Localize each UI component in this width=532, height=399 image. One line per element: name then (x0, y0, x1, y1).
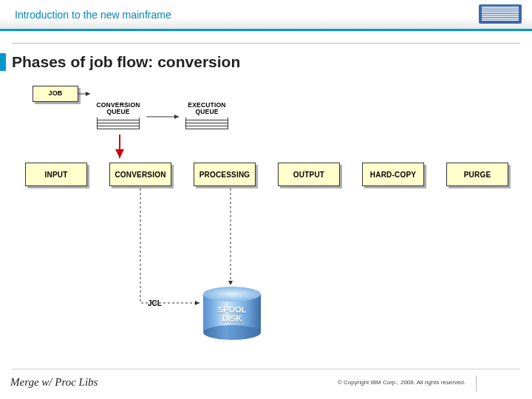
header-rule (12, 43, 520, 44)
header-bar: Introduction to the new mainframe (0, 0, 532, 31)
slide-title-accent (0, 53, 6, 71)
footer-rule (12, 369, 520, 369)
diagram-area: JOB CONVERSIONQUEUE EXECUTIONQUEUE INPUT… (0, 81, 532, 355)
spool-disk-label: SPOOLDISK (203, 306, 261, 323)
phase-processing: PROCESSING (194, 163, 256, 186)
slide-title-wrap: Phases of job flow: conversion (0, 53, 240, 71)
phase-hardcopy: HARD-COPY (362, 163, 424, 186)
execution-queue-label: EXECUTIONQUEUE (181, 102, 233, 116)
footer-note: Merge w/ Proc Libs (10, 376, 98, 389)
conversion-queue: CONVERSIONQUEUE (92, 102, 144, 129)
header-title: Introduction to the new mainframe (15, 9, 171, 21)
phase-input: INPUT (25, 163, 87, 186)
footer-separator (476, 375, 477, 392)
phase-conversion: CONVERSION (109, 163, 171, 186)
arrows-layer (0, 81, 532, 355)
svg-rect-2 (482, 10, 519, 12)
svg-rect-5 (482, 16, 519, 18)
svg-rect-3 (482, 13, 519, 14)
phase-output: OUTPUT (278, 163, 340, 186)
queue-lines-icon (92, 117, 144, 129)
copyright: © Copyright IBM Corp., 2008. All rights … (338, 379, 466, 386)
phase-purge: PURGE (446, 163, 508, 186)
ibm-logo-icon (482, 6, 519, 22)
queue-lines-icon (181, 117, 233, 129)
svg-rect-6 (482, 18, 519, 19)
slide-title: Phases of job flow: conversion (12, 53, 240, 71)
svg-rect-0 (482, 7, 519, 8)
job-box: JOB (33, 86, 78, 102)
jcl-label: JCL (148, 299, 162, 307)
svg-rect-1 (482, 9, 519, 10)
spool-disk-icon: SPOOLDISK (203, 287, 261, 340)
svg-rect-7 (482, 20, 519, 21)
execution-queue: EXECUTIONQUEUE (181, 102, 233, 129)
conversion-queue-label: CONVERSIONQUEUE (92, 102, 144, 116)
svg-rect-4 (482, 14, 519, 16)
